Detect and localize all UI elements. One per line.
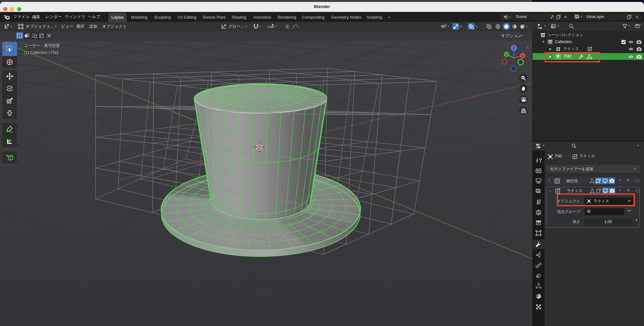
svg-text:Y: Y (506, 53, 508, 56)
svg-text:Z: Z (513, 46, 515, 50)
svg-text:X: X (522, 54, 524, 58)
